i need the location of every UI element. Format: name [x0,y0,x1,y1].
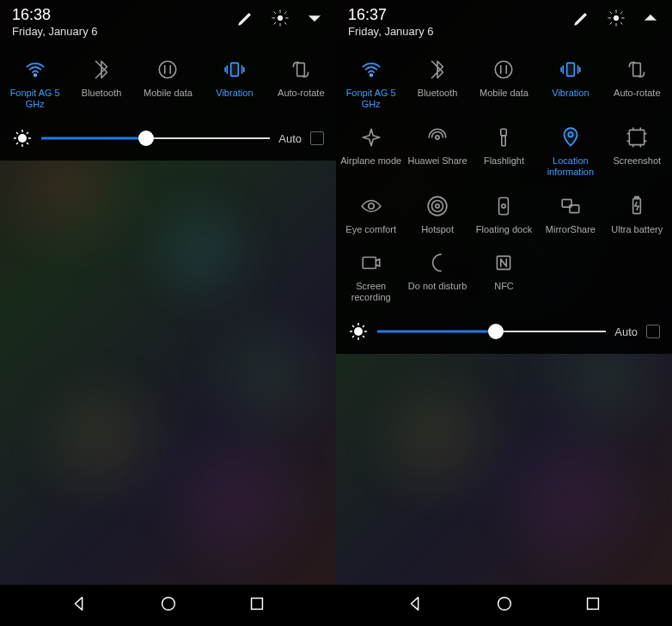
toggle-airplane[interactable]: Airplane mode [338,118,404,182]
svg-point-10 [496,61,513,78]
toggle-flashlight[interactable]: Flashlight [471,118,537,182]
toggle-dnd[interactable]: Do not disturb [404,243,470,307]
toggle-label: Vibration [552,88,589,99]
toggle-ultrabattery[interactable]: Ultra battery [604,186,670,240]
nav-recent-icon[interactable] [247,594,266,617]
toggle-wifi[interactable]: Fonpit AG 5 GHz [2,50,68,114]
svg-point-5 [18,134,27,143]
brightness-slider-row: Auto [336,313,672,354]
svg-rect-3 [231,63,239,76]
auto-brightness-label: Auto [278,132,302,145]
screenrecording-icon [357,248,386,277]
svg-point-8 [614,15,619,21]
nav-home-icon[interactable] [159,594,178,617]
nav-home-icon[interactable] [495,594,514,617]
notification-shade-expanded: 16:37 Friday, January 6 Fonpit AG 5 GHzB… [336,0,672,354]
toggle-autorotate[interactable]: Auto-rotate [268,50,334,114]
phone-left: 16:38 Friday, January 6 Fonpit AG 5 GHzB… [0,0,336,626]
toggle-label: Screen recording [339,281,402,302]
auto-brightness-label: Auto [614,325,638,338]
toggle-label: MirrorShare [546,224,596,235]
toggle-label: Eye comfort [345,224,396,235]
brightness-icon [348,321,369,342]
phone-right: 16:37 Friday, January 6 Fonpit AG 5 GHzB… [336,0,672,626]
settings-gear-icon[interactable] [607,9,626,30]
svg-point-23 [502,204,505,207]
toggle-eyecomfort[interactable]: Eye comfort [338,186,404,240]
svg-rect-17 [630,131,645,145]
toggle-mirrorshare[interactable]: MirrorShare [537,186,603,240]
ultrabattery-icon [622,191,651,221]
toggle-screenshot[interactable]: Screenshot [604,118,670,182]
svg-point-21 [428,197,447,216]
mirrorshare-icon [556,191,585,221]
flashlight-icon [489,123,518,152]
toggle-label: Auto-rotate [614,88,660,99]
svg-point-1 [34,74,36,76]
toggle-label: Location information [539,155,602,177]
edit-icon[interactable] [236,9,255,30]
nav-back-icon[interactable] [406,594,425,617]
toggle-label: NFC [494,281,514,292]
brightness-slider[interactable] [377,323,606,340]
toggle-label: Auto-rotate [278,88,324,99]
auto-brightness-checkbox[interactable] [310,131,324,145]
hotspot-icon [423,191,452,221]
expand-chevron-down-icon[interactable] [305,9,324,30]
svg-point-2 [160,61,177,78]
toggle-huaweishare[interactable]: Huawei Share [404,118,470,182]
toggle-bluetooth[interactable]: Bluetooth [404,50,470,114]
nav-back-icon[interactable] [70,594,89,617]
toggle-hotspot[interactable]: Hotspot [404,186,470,240]
toggle-vibration[interactable]: Vibration [537,50,603,114]
toggle-mobiledata[interactable]: Mobile data [135,50,201,114]
status-bar: 16:37 Friday, January 6 [336,0,672,43]
toggle-label: Do not disturb [408,281,467,292]
svg-rect-4 [297,63,305,76]
svg-point-19 [436,204,439,207]
svg-point-31 [498,598,510,611]
mobiledata-icon [489,55,518,84]
collapse-chevron-up-icon[interactable] [641,9,660,30]
nav-recent-icon[interactable] [583,594,602,617]
nfc-icon [489,248,518,277]
toggle-label: Huawei Share [408,155,467,167]
svg-point-6 [162,598,174,611]
toggle-label: Mobile data [480,88,528,99]
svg-point-20 [432,200,443,211]
toggle-vibration[interactable]: Vibration [201,50,267,114]
toggle-label: Bluetooth [418,88,457,99]
clock-time: 16:38 [12,7,97,22]
toggle-floatingdock[interactable]: Floating dock [471,186,537,240]
brightness-icon [12,128,33,149]
toggle-label: Ultra battery [611,224,663,235]
toggle-bluetooth[interactable]: Bluetooth [68,50,134,114]
settings-gear-icon[interactable] [271,9,290,30]
toggle-screenrecording[interactable]: Screen recording [338,243,404,307]
svg-rect-32 [587,599,598,610]
svg-rect-14 [501,130,507,137]
clock-date: Friday, January 6 [348,25,433,38]
floatingdock-icon [489,191,518,221]
toggle-mobiledata[interactable]: Mobile data [471,50,537,114]
clock-date: Friday, January 6 [12,25,97,38]
toggle-wifi[interactable]: Fonpit AG 5 GHz [338,50,404,114]
screenshot-icon [622,123,651,152]
vibration-icon [556,55,585,84]
eyecomfort-icon [357,191,386,221]
auto-brightness-checkbox[interactable] [646,325,660,338]
svg-rect-28 [363,258,376,269]
airplane-icon [357,123,386,152]
autorotate-icon [622,55,651,84]
edit-icon[interactable] [572,9,591,30]
toggle-location[interactable]: Location information [537,118,603,182]
svg-point-13 [436,136,439,139]
bluetooth-icon [423,55,452,84]
clock-time: 16:37 [348,7,433,22]
brightness-slider[interactable] [41,130,270,147]
svg-rect-27 [635,197,638,198]
brightness-slider-row: Auto [0,119,336,161]
toggle-nfc[interactable]: NFC [471,243,537,307]
toggle-autorotate[interactable]: Auto-rotate [604,50,670,114]
toggle-label: Bluetooth [82,88,121,99]
